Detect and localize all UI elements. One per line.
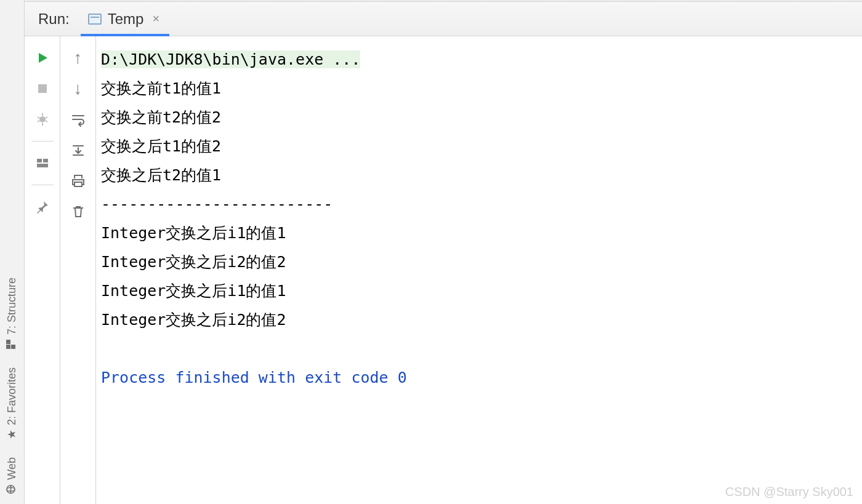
svg-point-7 bbox=[39, 116, 46, 122]
exit-line: Process finished with exit code 0 bbox=[101, 369, 407, 386]
output-line: ------------------------- bbox=[101, 195, 332, 213]
stop-icon bbox=[35, 81, 50, 96]
wrap-icon bbox=[71, 112, 86, 127]
run-button[interactable] bbox=[30, 45, 55, 71]
svg-rect-8 bbox=[37, 159, 42, 162]
scroll-down-button[interactable]: ↓ bbox=[65, 76, 91, 102]
separator bbox=[31, 141, 54, 142]
output-line: 交换之后t1的值2 bbox=[101, 137, 221, 155]
left-dock: 7: Structure ★ 2: Favorites Web bbox=[0, 0, 25, 504]
pin-icon bbox=[35, 199, 50, 214]
close-icon[interactable]: × bbox=[150, 12, 162, 26]
output-line: 交换之前t1的值1 bbox=[101, 79, 221, 97]
dock-web[interactable]: Web bbox=[6, 449, 18, 504]
print-icon bbox=[71, 174, 86, 188]
console-output[interactable]: D:\JDK\JDK8\bin\java.exe ... 交换之前t1的值1 交… bbox=[96, 36, 862, 504]
main-column: Run: Temp × bbox=[25, 0, 862, 504]
scroll-to-end-button[interactable] bbox=[65, 137, 91, 163]
output-line: Integer交换之后i2的值2 bbox=[101, 311, 286, 329]
trash-icon bbox=[71, 204, 86, 219]
svg-rect-1 bbox=[7, 340, 10, 344]
layout-button[interactable] bbox=[30, 150, 55, 176]
output-line: Integer交换之后i1的值1 bbox=[101, 282, 286, 300]
run-tab-name: Temp bbox=[108, 10, 144, 28]
dock-favorites-label: 2: Favorites bbox=[6, 367, 18, 425]
output-line: 交换之后t2的值1 bbox=[101, 166, 221, 184]
dump-threads-button[interactable] bbox=[30, 106, 55, 132]
globe-icon bbox=[6, 485, 18, 495]
output-line: Integer交换之后i2的值2 bbox=[101, 253, 286, 271]
run-controls-toolbar bbox=[25, 36, 60, 504]
svg-rect-6 bbox=[38, 84, 47, 93]
arrow-down-icon: ↓ bbox=[74, 80, 83, 97]
play-icon bbox=[35, 50, 50, 65]
bug-icon bbox=[35, 112, 50, 127]
svg-rect-10 bbox=[37, 164, 48, 167]
dock-structure-label: 7: Structure bbox=[6, 278, 18, 335]
run-toolwindow-header: Run: Temp × bbox=[25, 2, 862, 36]
output-line: Integer交换之后i1的值1 bbox=[101, 224, 286, 242]
star-icon: ★ bbox=[7, 430, 18, 439]
layout-icon bbox=[35, 156, 50, 170]
svg-rect-9 bbox=[43, 159, 48, 162]
scroll-up-button[interactable]: ↑ bbox=[65, 45, 91, 71]
run-body: ↑ ↓ D:\JDK\JDK8\bin\java.exe ... 交换之前t1的… bbox=[25, 36, 862, 504]
structure-icon bbox=[6, 340, 18, 350]
dock-favorites[interactable]: ★ 2: Favorites bbox=[6, 359, 18, 449]
dock-structure[interactable]: 7: Structure bbox=[6, 269, 18, 359]
application-icon bbox=[88, 14, 102, 25]
output-line: 交换之前t2的值2 bbox=[101, 108, 221, 126]
command-line: D:\JDK\JDK8\bin\java.exe ... bbox=[101, 50, 360, 68]
watermark: CSDN @Starry Sky001 bbox=[725, 485, 853, 499]
scroll-end-icon bbox=[71, 143, 86, 158]
run-label: Run: bbox=[38, 10, 70, 28]
dock-web-label: Web bbox=[6, 457, 18, 480]
svg-rect-2 bbox=[12, 345, 15, 349]
arrow-up-icon: ↑ bbox=[74, 49, 83, 66]
pin-button[interactable] bbox=[30, 194, 55, 220]
console-actions-toolbar: ↑ ↓ bbox=[60, 36, 96, 504]
svg-rect-0 bbox=[7, 345, 10, 349]
separator bbox=[31, 185, 54, 185]
print-button[interactable] bbox=[65, 168, 91, 194]
clear-all-button[interactable] bbox=[65, 199, 91, 225]
soft-wrap-button[interactable] bbox=[65, 106, 91, 132]
run-tab-active[interactable]: Temp × bbox=[81, 2, 169, 36]
stop-button[interactable] bbox=[30, 76, 55, 102]
